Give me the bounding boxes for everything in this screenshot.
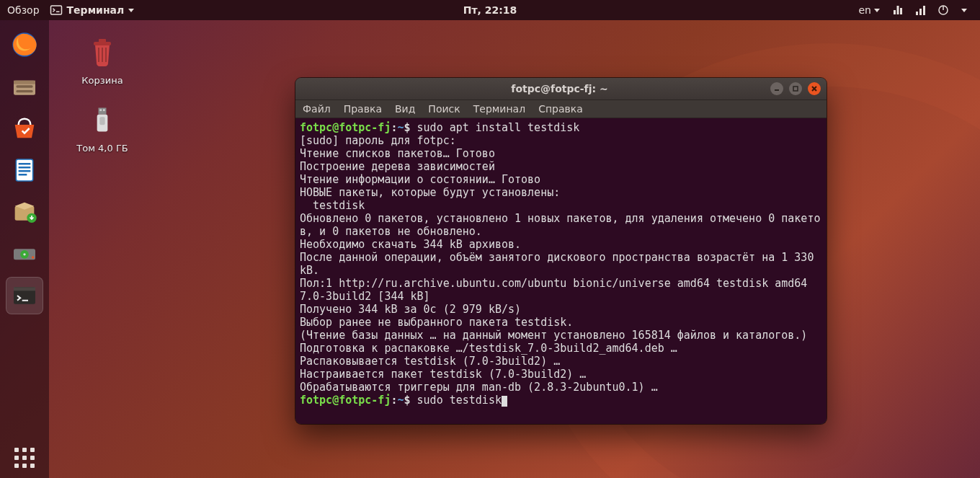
- trash-label: Корзина: [71, 75, 134, 86]
- apps-grid-icon: [14, 448, 35, 468]
- svg-rect-12: [19, 170, 31, 172]
- svg-rect-25: [102, 48, 103, 62]
- terminal-window: fotpc@fotpc-fj: ~ Файл Правка Вид Поиск …: [295, 78, 827, 424]
- dock: [0, 20, 49, 478]
- terminal-menubar: Файл Правка Вид Поиск Терминал Справка: [295, 99, 827, 118]
- svg-rect-31: [99, 117, 104, 125]
- apt-output: [sudo] пароль для fotpc: Чтение списков …: [300, 134, 820, 394]
- svg-rect-28: [99, 109, 102, 111]
- trash-icon[interactable]: Корзина: [71, 32, 134, 86]
- volume-icon[interactable]: [916, 5, 925, 15]
- app-menu-label: Терминал: [67, 4, 125, 16]
- dock-item-terminal[interactable]: [6, 277, 43, 314]
- terminal-icon: [50, 4, 63, 17]
- svg-rect-26: [105, 48, 107, 62]
- svg-rect-13: [19, 174, 27, 176]
- close-button[interactable]: [808, 82, 821, 95]
- svg-point-18: [23, 253, 25, 255]
- svg-rect-23: [99, 39, 106, 43]
- usb-drive-label: Том 4,0 ГБ: [71, 143, 134, 154]
- show-applications-button[interactable]: [0, 438, 49, 478]
- usb-drive-icon[interactable]: Том 4,0 ГБ: [71, 99, 134, 154]
- chevron-down-icon: [961, 9, 967, 12]
- clock[interactable]: Пт, 22:18: [463, 4, 517, 16]
- input-source[interactable]: en: [859, 4, 881, 16]
- command-1: sudo apt install testdisk: [417, 121, 580, 134]
- svg-rect-24: [98, 48, 99, 62]
- menu-terminal[interactable]: Терминал: [473, 103, 525, 115]
- dock-item-files[interactable]: [6, 68, 43, 105]
- dock-item-firefox[interactable]: [6, 26, 43, 63]
- svg-rect-21: [14, 287, 35, 291]
- input-source-label: en: [859, 4, 872, 16]
- svg-rect-11: [19, 167, 31, 169]
- activities-button[interactable]: Обзор: [7, 4, 40, 16]
- svg-point-19: [32, 256, 34, 258]
- svg-rect-10: [19, 163, 31, 165]
- svg-rect-6: [16, 85, 32, 87]
- power-icon[interactable]: [937, 4, 950, 17]
- prompt-user: fotpc@fotpc-fj: [300, 394, 391, 407]
- desktop: Корзина Том 4,0 ГБ fotpc@fotpc-fj: ~ Фай…: [49, 20, 980, 478]
- dock-item-writer[interactable]: [6, 151, 43, 189]
- chevron-down-icon: [874, 9, 880, 12]
- command-2: sudo testdisk: [417, 394, 502, 407]
- svg-rect-29: [103, 109, 105, 111]
- svg-rect-27: [99, 108, 107, 115]
- svg-rect-0: [50, 6, 61, 14]
- app-menu[interactable]: Терминал: [50, 4, 135, 17]
- top-bar: Обзор Терминал Пт, 22:18 en: [0, 0, 980, 20]
- minimize-button[interactable]: [770, 82, 783, 95]
- network-icon[interactable]: [891, 4, 904, 17]
- menu-file[interactable]: Файл: [303, 103, 331, 115]
- text-cursor: [502, 396, 507, 407]
- prompt-user: fotpc@fotpc-fj: [300, 121, 391, 134]
- menu-search[interactable]: Поиск: [428, 103, 460, 115]
- window-title: fotpc@fotpc-fj: ~: [349, 83, 770, 94]
- menu-edit[interactable]: Правка: [344, 103, 382, 115]
- svg-rect-7: [16, 90, 32, 92]
- dock-item-software[interactable]: [6, 110, 43, 147]
- dock-item-disks[interactable]: [6, 235, 43, 273]
- window-titlebar[interactable]: fotpc@fotpc-fj: ~: [295, 78, 827, 99]
- chevron-down-icon: [128, 9, 134, 12]
- menu-help[interactable]: Справка: [538, 103, 583, 115]
- svg-rect-5: [14, 81, 35, 84]
- terminal-output[interactable]: fotpc@fotpc-fj:~$ sudo apt install testd…: [295, 118, 827, 424]
- dock-item-package[interactable]: [6, 193, 43, 231]
- prompt-path: ~: [397, 394, 404, 407]
- maximize-button[interactable]: [789, 82, 802, 95]
- svg-rect-33: [793, 87, 798, 91]
- menu-view[interactable]: Вид: [395, 103, 415, 115]
- prompt-path: ~: [397, 121, 404, 134]
